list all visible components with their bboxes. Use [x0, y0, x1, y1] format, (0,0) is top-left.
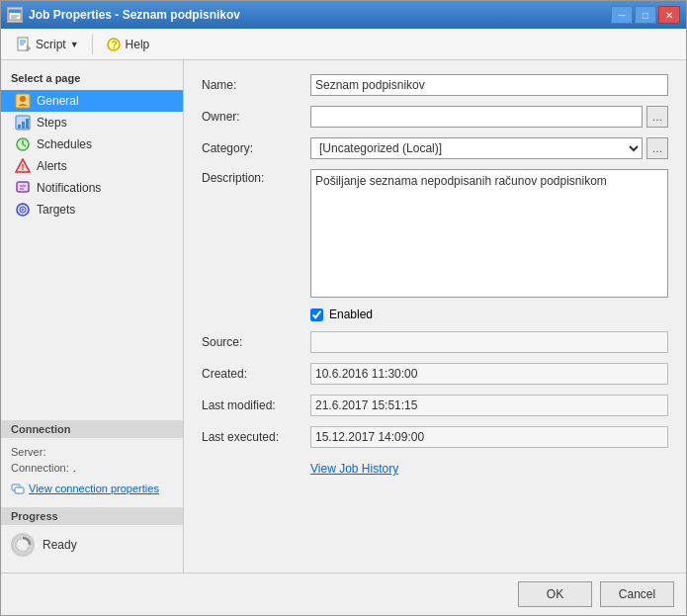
connection-icon	[11, 482, 25, 495]
view-connection-label: View connection properties	[29, 483, 159, 494]
schedules-icon	[15, 136, 31, 152]
notifications-icon	[15, 180, 31, 196]
toolbar: Script ▼ ? Help	[1, 29, 686, 60]
source-input	[310, 331, 668, 353]
last-executed-label: Last executed:	[202, 430, 310, 444]
last-modified-input-wrap	[310, 395, 668, 416]
category-browse-button[interactable]: …	[646, 137, 668, 159]
last-executed-row: Last executed:	[202, 426, 668, 448]
sidebar-item-general-label: General	[37, 94, 79, 108]
view-history-link[interactable]: View Job History	[310, 462, 398, 476]
progress-status: Ready	[43, 538, 77, 552]
maximize-button[interactable]: □	[635, 6, 656, 24]
sidebar: Select a page General	[1, 60, 184, 572]
script-dropdown-icon: ▼	[70, 40, 79, 49]
connection-label: Connection:	[11, 462, 69, 474]
connection-area: Server: Connection: . View connection pr…	[1, 438, 183, 507]
name-input-wrap	[310, 74, 668, 96]
category-select[interactable]: [Uncategorized (Local)]	[310, 137, 643, 159]
owner-row: Owner: …	[202, 106, 668, 128]
alerts-icon: !	[15, 158, 31, 174]
sidebar-item-targets[interactable]: Targets	[1, 199, 183, 220]
source-label: Source:	[202, 335, 310, 349]
last-modified-row: Last modified:	[202, 395, 668, 416]
description-row: Description: Pošiljanje seznama nepodpis…	[202, 169, 668, 298]
svg-text:?: ?	[111, 40, 117, 50]
server-label: Server:	[11, 446, 45, 458]
svg-rect-15	[22, 122, 25, 129]
last-modified-label: Last modified:	[202, 398, 310, 412]
owner-browse-button[interactable]: …	[646, 106, 668, 128]
sidebar-item-schedules[interactable]: Schedules	[1, 133, 183, 155]
title-bar: Job Properties - Seznam podpisnikov ─ □ …	[1, 1, 686, 29]
name-row: Name:	[202, 74, 668, 96]
last-executed-input	[310, 426, 668, 448]
sidebar-item-alerts-label: Alerts	[37, 159, 67, 173]
view-history-wrap: View Job History	[202, 458, 668, 476]
last-executed-input-wrap	[310, 426, 668, 448]
select-page-title: Select a page	[1, 68, 183, 90]
sidebar-item-schedules-label: Schedules	[37, 137, 92, 151]
general-icon	[15, 93, 31, 109]
help-label: Help	[126, 38, 150, 51]
name-input[interactable]	[310, 74, 668, 96]
progress-area: Ready	[1, 525, 183, 565]
targets-icon	[15, 202, 31, 218]
enabled-label[interactable]: Enabled	[329, 308, 373, 321]
window-title: Job Properties - Seznam podpisnikov	[29, 8, 240, 22]
script-label: Script	[36, 38, 66, 51]
sidebar-item-general[interactable]: General	[1, 90, 183, 112]
name-label: Name:	[202, 78, 310, 92]
category-select-wrap: [Uncategorized (Local)] …	[310, 137, 668, 159]
connection-row: Connection: .	[11, 462, 173, 474]
category-row: Category: [Uncategorized (Local)] …	[202, 137, 668, 159]
help-button[interactable]: ? Help	[99, 34, 157, 55]
title-bar-buttons: ─ □ ✕	[611, 6, 680, 24]
main-window: Job Properties - Seznam podpisnikov ─ □ …	[0, 0, 687, 616]
svg-rect-14	[18, 125, 21, 129]
ok-button[interactable]: OK	[518, 581, 592, 607]
bottom-bar: OK Cancel	[1, 572, 686, 615]
minimize-button[interactable]: ─	[611, 6, 633, 24]
svg-marker-8	[27, 45, 31, 51]
toolbar-divider	[92, 35, 93, 54]
connection-section-header: Connection	[1, 420, 183, 438]
enabled-checkbox[interactable]	[310, 308, 323, 321]
last-modified-input	[310, 395, 668, 416]
owner-input[interactable]	[310, 106, 643, 128]
sidebar-item-notifications[interactable]: Notifications	[1, 177, 183, 199]
sidebar-item-alerts[interactable]: ! Alerts	[1, 155, 183, 177]
owner-input-wrap: …	[310, 106, 668, 128]
main-content: Select a page General	[1, 60, 686, 572]
sidebar-item-notifications-label: Notifications	[37, 181, 101, 195]
category-label: Category:	[202, 141, 310, 155]
sidebar-item-steps[interactable]: Steps	[1, 112, 183, 133]
enabled-row: Enabled	[202, 308, 668, 321]
created-label: Created:	[202, 367, 310, 381]
source-row: Source:	[202, 331, 668, 353]
svg-point-27	[22, 209, 24, 211]
title-bar-left: Job Properties - Seznam podpisnikov	[7, 7, 240, 23]
connection-value: .	[73, 462, 76, 474]
sidebar-item-steps-label: Steps	[37, 116, 67, 130]
form-area: Name: Owner: … Category: [Uncategorized …	[184, 60, 686, 572]
help-icon: ?	[106, 37, 122, 52]
owner-label: Owner:	[202, 110, 310, 124]
close-button[interactable]: ✕	[658, 6, 680, 24]
svg-text:!: !	[22, 162, 25, 172]
window-icon	[7, 7, 23, 23]
svg-rect-1	[9, 10, 21, 13]
created-input	[310, 363, 668, 385]
svg-rect-16	[26, 119, 29, 129]
progress-spinner	[11, 533, 35, 557]
source-input-wrap	[310, 331, 668, 353]
description-textarea[interactable]: Pošiljanje seznama nepodpisanih računov …	[310, 169, 668, 298]
sidebar-item-targets-label: Targets	[37, 203, 75, 217]
steps-icon	[15, 115, 31, 131]
created-row: Created:	[202, 363, 668, 385]
cancel-button[interactable]: Cancel	[600, 581, 674, 607]
script-button[interactable]: Script ▼	[9, 34, 86, 55]
created-input-wrap	[310, 363, 668, 385]
view-connection-link[interactable]: View connection properties	[11, 478, 173, 499]
progress-section-header: Progress	[1, 507, 183, 525]
